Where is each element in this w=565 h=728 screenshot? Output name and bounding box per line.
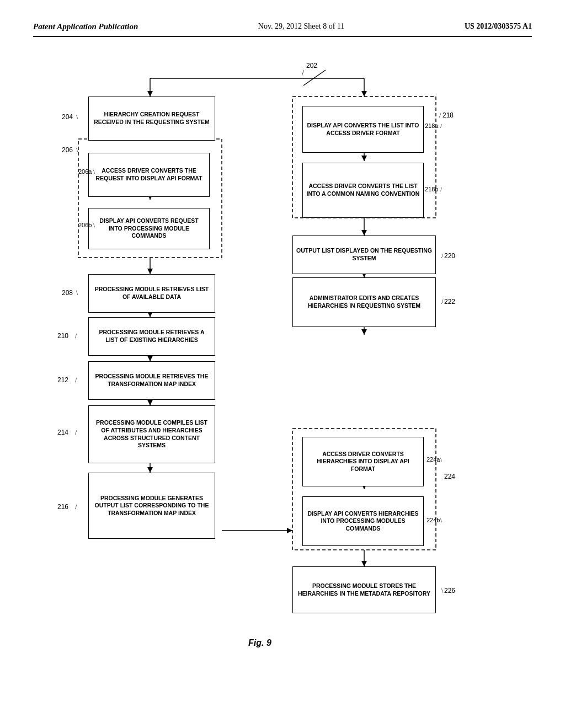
svg-marker-13 xyxy=(147,356,153,361)
box-208: PROCESSING MODULE RETRIEVES LIST OF AVAI… xyxy=(88,274,215,313)
svg-marker-31 xyxy=(361,561,367,566)
box-222: ADMINISTRATOR EDITS AND CREATES HIERARCH… xyxy=(292,277,436,327)
ref-224a: 224a xyxy=(427,456,440,463)
ref-222-slash: / xyxy=(441,298,443,306)
ref-224: 224 xyxy=(444,473,455,480)
svg-marker-7 xyxy=(147,269,153,274)
header-publication-label: Patent Application Publication xyxy=(33,22,138,31)
ref-226: 226 xyxy=(444,587,455,595)
box-216: PROCESSING MODULE GENERATES OUTPUT LIST … xyxy=(88,473,215,539)
ref-206b-slash: \ xyxy=(93,222,95,228)
svg-marker-27 xyxy=(361,329,367,335)
ref-202-slash: / xyxy=(302,69,304,78)
ref-220: 220 xyxy=(444,252,455,260)
ref-218-slash: / xyxy=(439,111,441,120)
box-218b: ACCESS DRIVER CONVERTS THE LIST INTO A C… xyxy=(302,163,424,218)
ref-204-slash: \ xyxy=(76,113,78,121)
svg-marker-17 xyxy=(147,467,153,473)
diagram: 202 / HIERARCHY CREATION REQUEST RECEIVE… xyxy=(33,53,532,682)
ref-216-slash: / xyxy=(75,503,77,511)
box-214: PROCESSING MODULE COMPILES LIST OF ATTRI… xyxy=(88,405,215,463)
ref-210-slash: / xyxy=(75,332,77,340)
header-date-sheet: Nov. 29, 2012 Sheet 8 of 11 xyxy=(258,22,344,31)
ref-204: 204 xyxy=(62,113,73,121)
ref-206-slash: \ xyxy=(76,146,78,154)
ref-202: 202 xyxy=(306,62,317,69)
box-206a: ACCESS DRIVER CONVERTS THE REQUEST INTO … xyxy=(88,153,210,197)
ref-220-slash: / xyxy=(441,252,443,260)
svg-marker-15 xyxy=(147,400,153,405)
page-header: Patent Application Publication Nov. 29, … xyxy=(33,22,532,37)
ref-206a: 206a xyxy=(78,168,92,175)
ref-218: 218 xyxy=(443,111,454,119)
ref-218a-slash: / xyxy=(440,122,442,129)
ref-212-slash: / xyxy=(75,376,77,384)
ref-224b-slash: \ xyxy=(440,517,442,523)
svg-marker-23 xyxy=(361,230,367,235)
box-204: HIERARCHY CREATION REQUEST RECEIVED IN T… xyxy=(88,97,215,141)
ref-212: 212 xyxy=(57,376,68,384)
ref-206b: 206b xyxy=(78,222,92,228)
svg-line-0 xyxy=(303,70,326,85)
svg-marker-36 xyxy=(147,91,153,97)
box-226: PROCESSING MODULE STORES THE HEIRARCHIES… xyxy=(292,566,436,613)
ref-208-slash: \ xyxy=(76,289,78,297)
svg-marker-19 xyxy=(287,528,292,533)
ref-214: 214 xyxy=(57,429,68,436)
ref-216: 216 xyxy=(57,503,68,511)
svg-marker-33 xyxy=(361,91,367,97)
ref-222: 222 xyxy=(444,298,455,306)
box-220: OUTPUT LIST DISPLAYED ON THE REQUESTING … xyxy=(292,235,436,274)
ref-214-slash: / xyxy=(75,429,77,437)
ref-206: 206 xyxy=(62,146,73,154)
box-218a: DISPLAY API CONVERTS THE LIST INTO ACCES… xyxy=(302,106,424,153)
box-206b: DISPLAY API CONVERTS REQUEST INTO PROCES… xyxy=(88,208,210,249)
box-212: PROCESSING MODULE RETRIEVES THE TRANSFOR… xyxy=(88,361,215,400)
ref-218a: 218a xyxy=(425,122,438,129)
fig-caption: Fig. 9 xyxy=(248,638,271,648)
ref-224a-slash: \ xyxy=(440,456,442,463)
ref-208: 208 xyxy=(62,289,73,297)
page: Patent Application Publication Nov. 29, … xyxy=(0,0,565,728)
ref-206a-slash: \ xyxy=(93,168,95,175)
ref-210: 210 xyxy=(57,332,68,340)
box-224a: ACCESS DRIVER CONVERTS HIERARCHIES INTO … xyxy=(302,437,424,486)
box-210: PROCESSING MODULE RETRIEVES A LIST OF EX… xyxy=(88,317,215,356)
box-224b: DISPLAY API CONVERTS HIERARCHIES INTO PR… xyxy=(302,496,424,546)
header-patent-number: US 2012/0303575 A1 xyxy=(465,22,532,31)
ref-226-slash: \ xyxy=(441,587,443,595)
ref-218b: 218b xyxy=(425,186,438,192)
ref-224b: 224b xyxy=(427,517,440,523)
svg-marker-21 xyxy=(361,156,367,161)
ref-218b-slash: / xyxy=(440,186,442,192)
